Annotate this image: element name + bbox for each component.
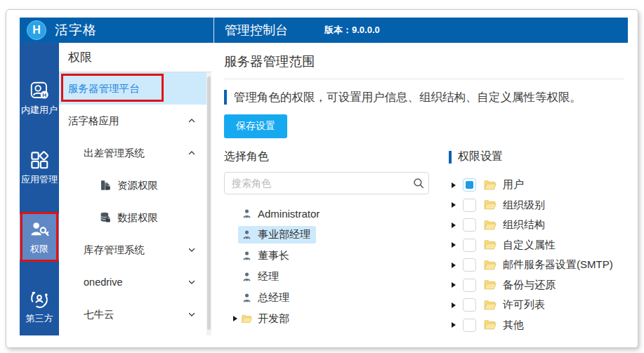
role-list-item[interactable]: 总经理 (224, 287, 432, 308)
nav-tree-item[interactable]: 七牛云 (59, 298, 211, 331)
role-list-item[interactable]: 开发部 (224, 308, 432, 329)
expand-arrow-icon[interactable] (452, 182, 456, 188)
role-label: 开发部 (258, 312, 289, 326)
nav-tree-item-label: 库存管理系统 (84, 244, 145, 257)
open-folder-icon (483, 178, 497, 192)
role-chip[interactable]: 开发部 (238, 310, 295, 328)
role-search-input[interactable] (224, 172, 429, 194)
expand-arrow-icon[interactable] (452, 322, 456, 328)
permission-list-item: 许可列表 (449, 295, 624, 315)
nav-tree-item-label: 七牛云 (84, 308, 114, 321)
permission-list-item: 组织级别 (449, 195, 624, 215)
nav-tree-item[interactable]: 数据权限 (59, 201, 211, 234)
role-chip[interactable]: 总经理 (238, 289, 295, 307)
role-list-item[interactable]: 事业部经理 (224, 224, 432, 245)
open-folder-icon (483, 218, 497, 232)
person-icon (241, 250, 253, 262)
permission-label: 许可列表 (503, 298, 545, 312)
role-label: Administrator (258, 208, 320, 220)
permission-checkbox[interactable] (463, 258, 476, 272)
permission-checkbox[interactable] (463, 279, 476, 292)
person-icon (241, 271, 253, 283)
chevron-down-icon[interactable] (188, 310, 196, 319)
open-folder-icon (483, 238, 497, 252)
sidebar-item[interactable]: H 内建用户 (20, 75, 59, 121)
nav-tree-item[interactable]: onedrive (59, 266, 211, 298)
role-list-item[interactable]: Administrator (224, 203, 432, 224)
role-label: 事业部经理 (258, 228, 310, 241)
nav-tree-item-label: 服务器管理平台 (68, 82, 140, 95)
expand-arrow-icon[interactable] (452, 282, 456, 288)
permission-checkbox[interactable] (463, 319, 476, 332)
person-icon (241, 292, 253, 304)
open-folder-icon (483, 278, 497, 292)
nav-tree-item[interactable]: 出差管理系统 (59, 137, 211, 169)
role-label: 董事长 (258, 249, 289, 262)
permission-checkbox[interactable] (463, 199, 476, 212)
expand-arrow-icon[interactable] (452, 262, 456, 268)
management-console-window: H 活字格 管理控制台 版本：9.0.0.0 H (6, 9, 638, 348)
expand-arrow-icon[interactable] (452, 242, 456, 248)
role-list-item[interactable]: 经理 (224, 266, 432, 287)
permission-section-title-text: 权限设置 (458, 149, 503, 164)
console-title: 管理控制台 (225, 22, 288, 39)
open-folder-icon (483, 298, 497, 312)
permission-label: 备份与还原 (503, 279, 556, 292)
permission-checkbox[interactable] (463, 218, 476, 232)
permission-label: 其他 (503, 319, 524, 332)
permission-label: 用户 (503, 178, 524, 192)
sidebar-item-label: 权限 (30, 243, 48, 255)
role-chip[interactable]: 经理 (238, 268, 284, 286)
sidebar-item[interactable]: 应用管理 (20, 145, 59, 190)
permission-settings-section: 权限设置 (449, 149, 624, 335)
search-icon[interactable] (412, 177, 425, 189)
role-chip[interactable]: 事业部经理 (238, 226, 316, 244)
chevron-up-icon[interactable] (188, 116, 196, 125)
nav-tree-item-label: 活字格应用 (68, 114, 119, 128)
permission-label: 自定义属性 (503, 239, 556, 252)
permission-checkbox[interactable] (463, 178, 476, 192)
sidebar-item-label: 第三方 (26, 312, 53, 325)
expand-arrow-icon[interactable] (233, 316, 237, 321)
sidebar-item-label: 内建用户 (21, 104, 58, 116)
permission-section-title: 权限设置 (449, 149, 624, 164)
page-title: 服务器管理范围 (224, 53, 624, 70)
expand-arrow-icon[interactable] (452, 302, 456, 308)
permission-list-item: 备份与还原 (449, 275, 624, 295)
nav-panel-header: 权限 (59, 43, 211, 72)
permission-label: 组织级别 (503, 199, 545, 212)
top-bar: H 活字格 管理控制台 版本：9.0.0.0 (20, 18, 628, 43)
third-party-icon (29, 288, 50, 309)
role-section-title: 选择角色 (224, 149, 432, 164)
nav-tree-item[interactable]: 服务器管理平台 (59, 72, 211, 105)
nav-scrollbar[interactable] (206, 72, 211, 335)
section-accent-bar (449, 151, 452, 164)
nav-tree-item[interactable]: 活字格应用 (59, 105, 211, 137)
nav-tree-item-label: 资源权限 (117, 179, 158, 192)
title-divider (224, 79, 624, 79)
permission-checkbox[interactable] (463, 239, 476, 252)
chevron-down-icon[interactable] (188, 278, 196, 286)
expand-arrow-icon[interactable] (452, 202, 456, 208)
expand-arrow-icon[interactable] (452, 222, 456, 228)
nav-tree-item-label: 出差管理系统 (84, 147, 145, 160)
sidebar-item-label: 应用管理 (21, 173, 58, 186)
nav-scrollbar-thumb[interactable] (207, 76, 211, 330)
save-settings-button[interactable]: 保存设置 (224, 114, 287, 138)
role-chip[interactable]: 董事长 (238, 247, 295, 265)
chevron-down-icon[interactable] (188, 246, 196, 254)
checkbox-checked-mark (466, 181, 473, 189)
role-chip[interactable]: Administrator (238, 206, 325, 222)
chevron-up-icon[interactable] (188, 149, 196, 157)
permission-checkbox[interactable] (463, 298, 476, 312)
nav-tree-item-label: onedrive (84, 277, 123, 288)
nav-tree-item[interactable]: 库存管理系统 (59, 234, 211, 266)
person-icon (241, 208, 253, 220)
nav-tree-item[interactable]: 资源权限 (59, 169, 211, 201)
sidebar-item[interactable]: 权限 (20, 214, 59, 260)
sidebar-item[interactable]: 第三方 (20, 284, 59, 329)
role-label: 经理 (258, 270, 279, 284)
svg-text:H: H (42, 92, 46, 98)
permission-nav-panel: 权限 服务器管理平台 活字格应用 (59, 43, 211, 335)
role-list-item[interactable]: 董事长 (224, 245, 432, 266)
